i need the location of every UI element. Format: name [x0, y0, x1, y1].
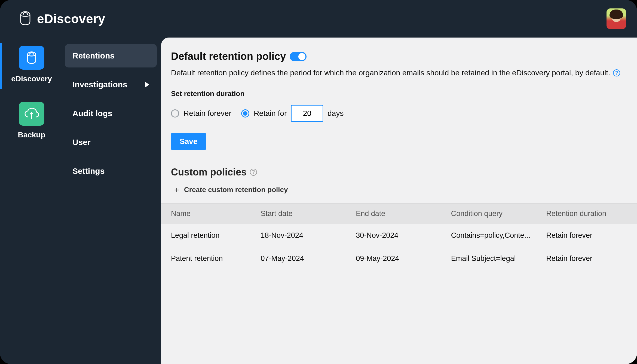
subnav-item-settings[interactable]: Settings	[65, 159, 157, 183]
col-end: End date	[351, 203, 447, 224]
bag-icon	[19, 46, 44, 70]
subnav-item-label: User	[72, 138, 91, 147]
avatar[interactable]	[607, 8, 626, 29]
table-row[interactable]: Legal retention 18-Nov-2024 30-Nov-2024 …	[161, 224, 637, 247]
cell-condition: Email Subject=legal	[447, 247, 542, 270]
subnav-item-retentions[interactable]: Retentions	[65, 44, 157, 67]
topbar: eDiscovery	[0, 0, 637, 38]
subnav-item-user[interactable]: User	[65, 131, 157, 154]
retention-days-input[interactable]	[291, 105, 323, 122]
rail-nav: eDiscovery Backup	[0, 38, 63, 364]
col-condition: Condition query	[447, 203, 542, 224]
rail-item-label: eDiscovery	[11, 75, 52, 83]
page-title: Default retention policy	[171, 51, 286, 62]
subnav-item-audit-logs[interactable]: Audit logs	[65, 102, 157, 125]
cell-name: Patent retention	[161, 247, 256, 270]
rail-item-backup[interactable]: Backup	[0, 100, 63, 142]
policy-enabled-toggle[interactable]	[290, 52, 307, 61]
cell-duration: Retain forever	[542, 224, 637, 247]
cell-name: Legal retention	[161, 224, 256, 247]
cell-end: 30-Nov-2024	[351, 224, 447, 247]
create-custom-label: Create custom retention policy	[184, 186, 288, 194]
subnav: Retentions Investigations Audit logs Use…	[63, 38, 161, 364]
app-title: eDiscovery	[37, 11, 105, 26]
cloud-upload-icon	[19, 102, 44, 126]
col-start: Start date	[256, 203, 352, 224]
subnav-item-label: Settings	[72, 166, 105, 176]
cell-start: 18-Nov-2024	[256, 224, 352, 247]
retain-forever-radio[interactable]	[171, 109, 179, 118]
cell-duration: Retain forever	[542, 247, 637, 270]
custom-policies-table: Name Start date End date Condition query…	[161, 203, 637, 270]
rail-item-label: Backup	[18, 131, 45, 139]
subnav-item-label: Audit logs	[72, 109, 112, 118]
help-icon[interactable]: ?	[613, 69, 620, 76]
subnav-item-label: Investigations	[72, 80, 127, 89]
subnav-item-investigations[interactable]: Investigations	[65, 73, 157, 96]
policy-description: Default retention policy defines the per…	[171, 68, 610, 78]
retain-for-label: Retain for	[254, 109, 287, 118]
table-row[interactable]: Patent retention 07-May-2024 09-May-2024…	[161, 247, 637, 270]
col-name: Name	[161, 203, 256, 224]
rail-item-ediscovery[interactable]: eDiscovery	[0, 44, 63, 86]
save-button[interactable]: Save	[171, 133, 206, 150]
chevron-right-icon	[145, 82, 149, 87]
create-custom-policy-button[interactable]: ＋ Create custom retention policy	[171, 186, 288, 194]
days-unit-label: days	[327, 109, 344, 118]
cell-end: 09-May-2024	[351, 247, 447, 270]
custom-policies-title: Custom policies	[171, 166, 247, 178]
col-duration: Retention duration	[542, 203, 637, 224]
app-logo: eDiscovery	[19, 11, 105, 27]
cell-condition: Contains=policy,Conte...	[447, 224, 542, 247]
bag-icon	[19, 11, 32, 27]
retain-forever-label: Retain forever	[183, 109, 231, 118]
subnav-item-label: Retentions	[72, 51, 115, 60]
retain-for-radio[interactable]	[241, 109, 249, 118]
plus-icon: ＋	[173, 186, 181, 194]
set-duration-label: Set retention duration	[171, 90, 622, 98]
cell-start: 07-May-2024	[256, 247, 352, 270]
main-panel: Default retention policy Default retenti…	[161, 38, 637, 364]
help-icon[interactable]: ?	[250, 169, 257, 176]
